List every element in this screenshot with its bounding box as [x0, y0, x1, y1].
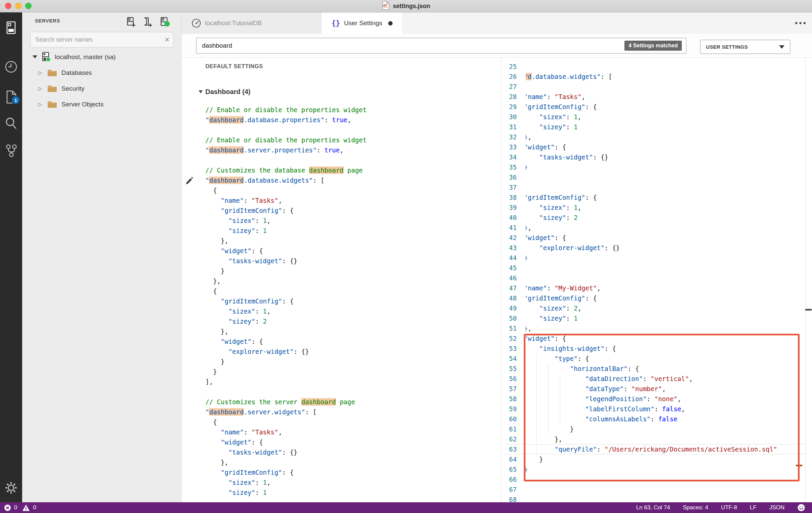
code-line[interactable]: "dashboard.server.properties": true, — [205, 145, 501, 155]
code-line[interactable]: 46{ — [502, 273, 812, 283]
code-line[interactable]: }, — [205, 236, 501, 246]
active-connections-icon[interactable] — [160, 17, 170, 27]
server-search-input[interactable] — [31, 36, 161, 43]
tree-expanded-icon[interactable] — [32, 55, 37, 58]
code-line[interactable]: 37{ — [502, 182, 812, 192]
search-icon[interactable] — [0, 114, 22, 133]
code-line[interactable]: } — [205, 356, 501, 367]
code-line[interactable]: 38"gridItemConfig": { — [502, 192, 812, 202]
code-line[interactable]: 28"name": "Tasks", — [502, 92, 812, 102]
errors-icon[interactable] — [4, 504, 11, 511]
code-line[interactable]: 41}, — [502, 223, 812, 233]
code-line[interactable]: 55"horizontalBar": { — [502, 363, 812, 374]
code-line[interactable]: 26"dashboard.database.widgets": [ — [502, 72, 812, 82]
code-line[interactable]: 64} — [502, 454, 812, 464]
code-line[interactable]: { — [205, 185, 501, 195]
code-line[interactable]: 42"widget": { — [502, 233, 812, 243]
settings-search-input[interactable] — [197, 42, 625, 49]
code-line[interactable]: 47"name": "My-Widget", — [502, 283, 812, 293]
connections-branch-icon[interactable] — [0, 141, 22, 160]
code-line[interactable]: 59"labelFirstColumn": false, — [502, 404, 812, 414]
code-line[interactable]: { — [205, 286, 501, 296]
code-line[interactable]: ], — [205, 377, 501, 387]
code-line[interactable]: "gridItemConfig": { — [205, 467, 501, 478]
more-actions-icon[interactable]: ••• — [795, 19, 807, 28]
tree-item-security[interactable]: ▷Security — [22, 81, 181, 96]
code-line[interactable]: 66}, — [502, 475, 812, 484]
code-line[interactable]: 58"legendPosition": "none", — [502, 394, 812, 404]
code-line[interactable] — [205, 387, 501, 397]
code-line[interactable]: 52"widget": { — [502, 333, 812, 344]
code-line[interactable]: "dashboard.database.properties": true, — [205, 115, 501, 125]
code-line[interactable]: 36}, — [502, 172, 812, 182]
code-line[interactable]: } — [205, 367, 501, 377]
code-line[interactable]: // Customizes the database dashboard pag… — [205, 165, 501, 175]
code-line[interactable]: 29"gridItemConfig": { — [502, 102, 812, 112]
code-line[interactable]: 32}, — [502, 132, 812, 142]
warning-count[interactable]: 0 — [33, 504, 36, 511]
tab-localhost-tutorialdb[interactable]: localhost:TutorialDB — [181, 12, 321, 34]
code-line[interactable]: "tasks-widget": {} — [205, 447, 501, 457]
indentation-setting[interactable]: Spaces: 4 — [683, 504, 708, 511]
code-line[interactable]: 39"sizex": 1, — [502, 202, 812, 213]
servers-icon[interactable] — [0, 19, 22, 37]
code-line[interactable]: } — [205, 266, 501, 276]
dirty-indicator-dot[interactable] — [388, 21, 393, 26]
code-line[interactable]: 33"widget": { — [502, 142, 812, 152]
code-line[interactable]: 51}, — [502, 323, 812, 333]
warnings-icon[interactable] — [22, 504, 30, 511]
code-line[interactable]: 40"sizey": 2 — [502, 213, 812, 223]
default-settings-editor[interactable]: DEFAULT SETTINGS Dashboard (4) // Enable… — [181, 58, 501, 502]
code-line[interactable]: 60"columnsAsLabels": false — [502, 414, 812, 424]
new-server-group-icon[interactable] — [143, 17, 153, 27]
code-line[interactable]: "explorer-widget": {} — [205, 347, 501, 356]
tab-user-settings[interactable]: {}User Settings — [321, 12, 402, 34]
code-line[interactable]: 65} — [502, 464, 812, 475]
code-line[interactable]: // Enable or disable the properties widg… — [205, 105, 501, 115]
code-line[interactable]: "dashboard.database.widgets": [ — [205, 175, 501, 185]
code-line[interactable]: }, — [205, 276, 501, 286]
code-line[interactable]: 49"sizex": 2, — [502, 303, 812, 313]
code-line[interactable]: "gridItemConfig": { — [205, 296, 501, 306]
code-line[interactable]: "name": "Tasks", — [205, 195, 501, 206]
settings-gear-icon[interactable] — [0, 479, 22, 497]
code-line[interactable]: 25 — [502, 61, 812, 72]
new-connection-icon[interactable] — [126, 17, 136, 27]
code-line[interactable]: // Customizes the server dashboard page — [205, 397, 501, 407]
code-line[interactable]: 68 — [502, 494, 812, 502]
code-line[interactable]: "sizey": 1 — [205, 487, 501, 497]
code-line[interactable]: }, — [205, 457, 501, 467]
error-count[interactable]: 0 — [14, 504, 17, 511]
clear-search-icon[interactable]: ✕ — [161, 36, 173, 44]
code-line[interactable]: 54"type": { — [502, 353, 812, 363]
code-line[interactable]: "tasks-widget": {} — [205, 256, 501, 266]
code-line[interactable]: 63"queryFile": "/Users/erickang/Document… — [502, 444, 812, 454]
code-line[interactable]: 45}, — [502, 263, 812, 273]
code-line[interactable]: 53"insights-widget": { — [502, 344, 812, 353]
tree-collapsed-icon[interactable]: ▷ — [37, 70, 43, 75]
end-of-line[interactable]: LF — [750, 504, 757, 511]
code-line[interactable]: 67 — [502, 484, 812, 494]
code-line[interactable]: 27{ — [502, 82, 812, 92]
code-line[interactable]: 31"sizey": 1 — [502, 122, 812, 132]
tree-item-localhost-master-sa-[interactable]: localhost, master (sa) — [22, 49, 181, 65]
code-line[interactable]: "sizey": 2 — [205, 316, 501, 326]
code-line[interactable]: "sizey": 1 — [205, 225, 501, 236]
code-line[interactable]: 34"tasks-widget": {} — [502, 152, 812, 162]
code-line[interactable]: 50"sizey": 1 — [502, 313, 812, 323]
tree-collapsed-icon[interactable]: ▷ — [37, 102, 43, 107]
code-line[interactable]: 62}, — [502, 434, 812, 444]
code-line[interactable]: "sizex": 1, — [205, 478, 501, 487]
explorer-file-icon[interactable]: 1 — [0, 88, 22, 106]
code-line[interactable]: "sizex": 1, — [205, 216, 501, 225]
code-line[interactable]: "sizex": 1, — [205, 306, 501, 316]
cursor-position[interactable]: Ln 63, Col 74 — [636, 504, 670, 511]
settings-scope-dropdown[interactable]: USER SETTINGS — [700, 39, 790, 54]
code-line[interactable]: { — [205, 417, 501, 427]
code-line[interactable] — [205, 155, 501, 165]
code-line[interactable]: 61} — [502, 424, 812, 434]
user-settings-editor[interactable]: 2526"dashboard.database.widgets": [27{28… — [502, 58, 812, 502]
code-line[interactable]: "widget": { — [205, 336, 501, 347]
code-line[interactable]: 57"dataType": "number", — [502, 384, 812, 394]
code-line[interactable]: "name": "Tasks", — [205, 427, 501, 437]
